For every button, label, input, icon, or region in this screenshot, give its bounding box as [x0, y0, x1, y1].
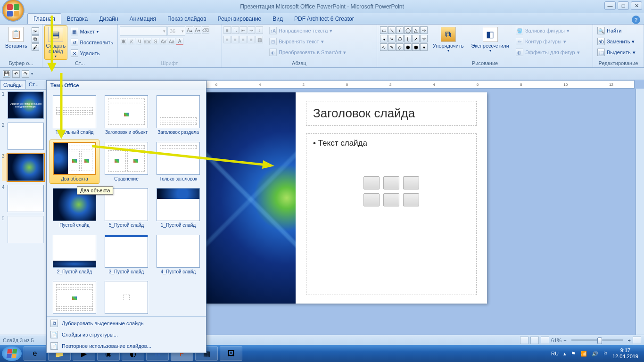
normal-view-button[interactable] [520, 337, 528, 344]
shape-arrow2-icon[interactable]: ➚ [412, 35, 420, 42]
insert-media-icon[interactable] [403, 193, 419, 206]
shape-curve-icon[interactable]: ∿ [380, 43, 388, 51]
layout-item[interactable]: Только заголовок [153, 140, 203, 184]
content-placeholder[interactable]: Текст слайда [306, 133, 477, 295]
layout-item[interactable]: 1_Пустой слайд [153, 186, 203, 230]
indent-icon[interactable]: ⇥ [248, 26, 255, 34]
tab-animation[interactable]: Анимация [124, 14, 162, 24]
layout-item[interactable]: Сравнение [101, 140, 151, 184]
quick-styles-button[interactable]: ◧Экспресс-стили▾ [468, 25, 512, 54]
undo-icon[interactable]: ↶ [12, 70, 20, 78]
tab-view[interactable]: Вид [267, 14, 289, 24]
layout-item[interactable]: Заголовок и объект [101, 93, 151, 138]
tray-volume-icon[interactable]: 🔊 [592, 351, 598, 357]
duplicate-slides-item[interactable]: ⧉Дублировать выделенные слайды [47, 318, 206, 329]
layout-item[interactable] [50, 279, 99, 316]
slide-thumb[interactable]: 3 [2, 154, 44, 181]
shape-line-icon[interactable]: ＼ [388, 26, 396, 34]
zoom-in-button[interactable]: + [628, 337, 631, 343]
reuse-slides-item[interactable]: 📄Повторное использование слайдов... [47, 340, 206, 352]
shape-free-icon[interactable]: ✎ [388, 43, 396, 51]
minimize-button[interactable]: — [604, 1, 616, 10]
layout-item-two-content[interactable]: Два объекта [50, 140, 99, 184]
shapes-more-icon[interactable]: ▾ [420, 43, 428, 51]
tab-pdf[interactable]: PDF Architect 6 Creator [289, 14, 360, 24]
replace-button[interactable]: abЗаменить ▾ [595, 36, 638, 47]
insert-clipart-icon[interactable] [383, 193, 399, 206]
slide-thumb[interactable]: 5 [2, 216, 44, 243]
insert-smartart-icon[interactable] [403, 176, 419, 189]
slide-canvas[interactable]: Заголовок слайда Текст слайда [206, 92, 487, 304]
tab-slideshow[interactable]: Показ слайдов [162, 14, 212, 24]
start-button[interactable] [2, 346, 22, 361]
text-direction-button[interactable]: ↕AНаправление текста ▾ [267, 25, 348, 36]
copy-icon[interactable]: ⧉ [32, 35, 39, 43]
font-family-combo[interactable] [120, 26, 167, 36]
align-right-icon[interactable]: ≡ [239, 36, 247, 43]
align-text-button[interactable]: ⊟Выровнять текст ▾ [267, 36, 348, 47]
layout-item[interactable] [101, 279, 151, 316]
paste-button[interactable]: 📋 Вставить [2, 25, 31, 50]
italic-icon[interactable]: К [128, 38, 135, 45]
outdent-icon[interactable]: ⇤ [239, 26, 247, 34]
insert-table-icon[interactable] [363, 176, 380, 189]
tab-insert[interactable]: Вставка [61, 14, 94, 24]
layout-item[interactable]: 4_Пустой слайд [153, 232, 203, 277]
shape-brace-icon[interactable]: { [404, 35, 412, 42]
new-slide-button[interactable]: ▤ Создать слайд ▾ [44, 25, 67, 60]
title-placeholder[interactable]: Заголовок слайда [306, 101, 477, 126]
tab-home[interactable]: Главная [27, 13, 61, 24]
shape-oval-icon[interactable]: ◯ [404, 26, 412, 34]
strike-icon[interactable]: abc [144, 38, 151, 45]
shape-more2-icon[interactable]: ⬟ [404, 43, 412, 51]
layout-item[interactable]: 3_Пустой слайд [101, 232, 151, 277]
shape-outline-button[interactable]: ✏Контур фигуры ▾ [513, 36, 582, 47]
insert-chart-icon[interactable] [383, 176, 399, 189]
slides-from-outline-item[interactable]: 📄Слайды из структуры... [47, 329, 206, 340]
bold-icon[interactable]: Ж [120, 38, 127, 45]
bullets-icon[interactable]: ≡ [223, 26, 231, 34]
tray-clock[interactable]: 9:17 12.04.2019 [612, 347, 638, 360]
slide-thumb[interactable]: 4 [2, 185, 44, 212]
arrange-button[interactable]: ⧉Упорядочить▾ [429, 25, 467, 54]
layout-item[interactable]: 2_Пустой слайд [50, 232, 99, 277]
tray-lang[interactable]: RU [551, 351, 559, 356]
align-left-icon[interactable]: ≡ [223, 36, 231, 43]
shape-line2-icon[interactable]: / [396, 26, 404, 34]
font-size-combo[interactable]: 36 [167, 26, 185, 36]
delete-button[interactable]: ✕Удалить [68, 48, 116, 58]
shadow-icon[interactable]: S [152, 38, 159, 45]
shape-fill-button[interactable]: 🪣Заливка фигуры ▾ [513, 25, 582, 36]
shape-conn2-icon[interactable]: ⤷ [388, 35, 396, 42]
reset-button[interactable]: ↺Восстановить [68, 37, 116, 48]
find-button[interactable]: 🔍Найти [595, 25, 638, 36]
cut-icon[interactable]: ✂ [32, 27, 39, 35]
smartart-button[interactable]: ⬖Преобразовать в SmartArt ▾ [267, 47, 348, 58]
fit-button[interactable] [633, 337, 641, 344]
taskbar-pictures[interactable]: 🖼 [220, 346, 242, 361]
vertical-scrollbar[interactable] [636, 89, 644, 335]
columns-icon[interactable]: ▥ [256, 36, 263, 43]
shrink-font-icon[interactable]: A▾ [194, 26, 201, 34]
sorter-view-button[interactable] [530, 337, 539, 344]
close-button[interactable]: ✕ [631, 1, 642, 10]
align-center-icon[interactable]: ≡ [231, 36, 239, 43]
select-button[interactable]: ⬚Выделить ▾ [595, 47, 638, 58]
office-button[interactable] [2, 0, 25, 22]
underline-icon[interactable]: Ч [136, 38, 143, 45]
shape-effects-button[interactable]: ◐Эффекты для фигур ▾ [513, 47, 582, 58]
slide-thumb[interactable]: 2 [2, 123, 44, 150]
save-icon[interactable]: 💾 [3, 70, 10, 78]
grow-font-icon[interactable]: A▴ [186, 26, 193, 34]
help-button[interactable]: ? [632, 16, 640, 24]
tray-flag-icon[interactable]: ⚑ [571, 351, 576, 357]
tab-design[interactable]: Дизайн [93, 14, 124, 24]
linespacing-icon[interactable]: ↕ [256, 26, 263, 34]
shape-callout-icon[interactable]: ☆ [420, 35, 428, 42]
redo-icon[interactable]: ↷ [22, 70, 29, 78]
slide-thumb[interactable]: 1Эффектное название вашей слайд-презента… [2, 91, 44, 119]
tray-arrow-icon[interactable]: ▴ [563, 351, 566, 357]
maximize-button[interactable]: □ [618, 1, 629, 10]
font-color-icon[interactable]: A [176, 38, 183, 45]
zoom-out-button[interactable]: − [563, 337, 566, 343]
